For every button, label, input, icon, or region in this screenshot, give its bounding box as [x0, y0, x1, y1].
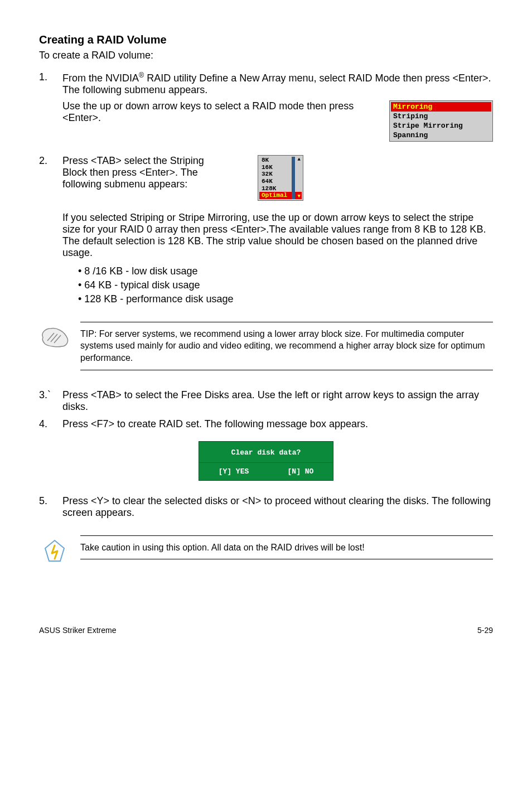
raid-menu-stripe-mirroring: Stripe Mirroring — [391, 121, 491, 131]
tip-text: TIP: For server systems, we recommend us… — [80, 328, 493, 364]
step-4: 4. Press <F7> to create RAID set. The fo… — [39, 418, 493, 430]
footer-left: ASUS Striker Extreme — [39, 626, 116, 635]
step-3-number: 3.` — [39, 389, 62, 413]
step-4-number: 4. — [39, 418, 62, 430]
step-3-text: Press <TAB> to select the Free Disks are… — [62, 389, 493, 413]
stripe-8k: 8K — [259, 157, 302, 164]
step-1-text-a: From the NVIDIA — [62, 73, 139, 84]
step-1-body: From the NVIDIA® RAID utility Define a N… — [62, 71, 493, 142]
dialog-title: Clear disk data? — [199, 442, 333, 463]
step-4-text: Press <F7> to create RAID set. The follo… — [62, 418, 493, 430]
hand-icon — [39, 322, 70, 349]
raid-mode-submenu: Mirroring Striping Stripe Mirroring Span… — [389, 100, 493, 142]
step-3: 3.` Press <TAB> to select the Free Disks… — [39, 389, 493, 413]
scrollbar-track — [292, 157, 295, 199]
tip-border-box: TIP: For server systems, we recommend us… — [80, 322, 493, 370]
page-content: Creating a RAID Volume To create a RAID … — [0, 0, 532, 657]
raid-menu-spanning: Spanning — [391, 131, 491, 140]
step-5: 5. Press <Y> to clear the selected disks… — [39, 495, 493, 519]
scroll-up-icon: ▲ — [298, 157, 301, 162]
stripe-128k: 128K — [259, 185, 302, 192]
step-2-paragraph: If you selected Striping or Stripe Mirro… — [62, 212, 493, 259]
raid-menu-striping: Striping — [391, 112, 491, 121]
step-1-number: 1. — [39, 71, 62, 142]
step-1-text: From the NVIDIA® RAID utility Define a N… — [62, 71, 493, 96]
scroll-down-icon: ▼ — [298, 194, 301, 199]
stripe-16k: 16K — [259, 164, 302, 171]
raid-menu-mirroring: Mirroring — [391, 102, 491, 112]
bullet-3: • 128 KB - performance disk usage — [78, 293, 493, 305]
caution-note: Take caution in using this option. All d… — [39, 530, 493, 570]
page-footer: ASUS Striker Extreme 5-29 — [39, 598, 493, 635]
caution-border-box: Take caution in using this option. All d… — [80, 535, 493, 560]
intro-text: To create a RAID volume: — [39, 50, 493, 61]
footer-right: 5-29 — [477, 626, 493, 635]
step-2-body: Press <TAB> select the Striping Block th… — [62, 155, 493, 201]
stripe-optimal: Optimal — [259, 192, 302, 199]
clear-disk-dialog: Clear disk data? [Y] YES [N] NO — [199, 441, 333, 481]
registered-symbol: ® — [139, 71, 144, 79]
section-title: Creating a RAID Volume — [39, 33, 493, 46]
dialog-wrapper: Clear disk data? [Y] YES [N] NO — [39, 441, 493, 481]
dialog-no: [N] NO — [288, 467, 314, 476]
stripe-64k: 64K — [259, 178, 302, 185]
step-2-text: Press <TAB> select the Striping Block th… — [62, 155, 230, 201]
stripe-block-submenu: ▲ 8K 16K 32K 64K 128K Optimal ▼ — [258, 155, 303, 201]
step-1: 1. From the NVIDIA® RAID utility Define … — [39, 71, 493, 142]
dialog-buttons: [Y] YES [N] NO — [199, 463, 333, 480]
tip-note: TIP: For server systems, we recommend us… — [39, 316, 493, 376]
step-1-text-c: Use the up or down arrow keys to select … — [62, 100, 378, 142]
dialog-yes: [Y] YES — [219, 467, 249, 476]
step-5-number: 5. — [39, 495, 62, 519]
caution-text: Take caution in using this option. All d… — [80, 542, 493, 554]
bullet-1: • 8 /16 KB - low disk usage — [78, 265, 493, 277]
step-2: 2. Press <TAB> select the Striping Block… — [39, 155, 493, 201]
caution-icon — [39, 535, 70, 564]
bullet-2: • 64 KB - typical disk usage — [78, 279, 493, 291]
step-2-number: 2. — [39, 155, 62, 201]
step-5-text: Press <Y> to clear the selected disks or… — [62, 495, 493, 519]
bullet-list: • 8 /16 KB - low disk usage • 64 KB - ty… — [78, 265, 493, 305]
stripe-32k: 32K — [259, 171, 302, 178]
